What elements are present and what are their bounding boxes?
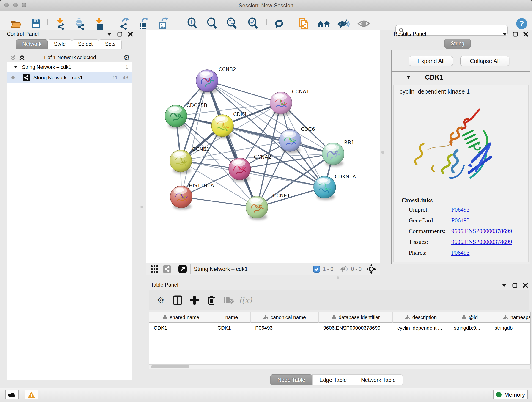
scrollbar-thumb[interactable]: [151, 365, 190, 368]
table-cell[interactable]: cyclin–dependent ...: [393, 323, 449, 333]
column-header-database-identifier[interactable]: database identifier: [319, 313, 393, 323]
float-panel-icon[interactable]: [502, 284, 507, 287]
export-image-button[interactable]: [156, 17, 170, 31]
horizontal-scrollbar[interactable]: [149, 364, 531, 369]
column-header-namespace[interactable]: namespace: [490, 313, 531, 323]
function-builder-icon[interactable]: f(x): [237, 296, 254, 305]
table-options-gear-icon[interactable]: ⚙: [152, 296, 169, 304]
grid-view-icon[interactable]: [150, 265, 158, 273]
tab-style[interactable]: Style: [48, 39, 72, 49]
network-graph[interactable]: CCNB2CCNA1CDC25BCDK1CDC6RB1CCNB1CCNA2CDK…: [146, 30, 380, 263]
network-node-RB1[interactable]: [322, 143, 344, 167]
column-header-shared-name[interactable]: shared name: [149, 313, 213, 323]
zoom-out-button[interactable]: [205, 17, 219, 31]
right-splitter-handle[interactable]: [381, 151, 384, 154]
zoom-fit-button[interactable]: [225, 17, 239, 31]
column-header--id[interactable]: @id: [449, 313, 490, 323]
network-node-CCNE1[interactable]: [246, 196, 268, 220]
hide-selected-button[interactable]: [337, 17, 351, 31]
network-node-HIST1H1A[interactable]: [170, 186, 192, 210]
close-panel-icon[interactable]: [128, 32, 133, 37]
export-network-button[interactable]: [117, 17, 131, 31]
help-button[interactable]: ?: [515, 17, 529, 31]
network-node-CCNA1[interactable]: [270, 92, 292, 116]
show-all-button[interactable]: [357, 17, 371, 31]
tree-expand-icon[interactable]: [14, 65, 18, 69]
tab-sets[interactable]: Sets: [99, 39, 122, 49]
column-header-canonical-name[interactable]: canonical name: [251, 313, 319, 323]
float-panel-icon[interactable]: [502, 32, 507, 36]
delete-table-icon[interactable]: [220, 296, 237, 304]
bottom-splitter-handle[interactable]: [336, 276, 339, 279]
apply-layout-button[interactable]: [272, 17, 286, 31]
tab-node-table[interactable]: Node Table: [270, 375, 312, 385]
network-node-CDC25B[interactable]: [165, 105, 187, 129]
create-column-icon[interactable]: [186, 296, 203, 305]
open-in-new-window-icon[interactable]: [178, 264, 187, 274]
close-panel-icon[interactable]: [523, 283, 528, 288]
network-edge-CCNA2-CDKN1A[interactable]: [240, 169, 325, 187]
table-cell[interactable]: 9606.ENSP00000378699: [319, 323, 393, 333]
hidden-eye-icon[interactable]: [340, 265, 348, 273]
crosslink-value-link[interactable]: 9606.ENSP00000378699: [451, 228, 512, 235]
table-cell[interactable]: P06493: [251, 323, 319, 333]
table-cell[interactable]: CDK1: [149, 323, 213, 333]
memory-button[interactable]: Memory: [493, 390, 528, 400]
zoom-in-button[interactable]: [186, 17, 199, 31]
network-edge-CCNB2-CCNA1[interactable]: [207, 81, 281, 103]
crosslink-value-link[interactable]: P06493: [451, 206, 469, 213]
open-session-button[interactable]: [9, 17, 23, 31]
network-row[interactable]: String Network – cdk1 11 48: [7, 72, 132, 83]
maximize-panel-icon[interactable]: [513, 32, 518, 37]
maximize-panel-icon[interactable]: [117, 32, 122, 37]
network-view-icon[interactable]: [163, 265, 171, 274]
birds-eye-crosshair-icon[interactable]: [367, 264, 376, 274]
network-node-CCNB1[interactable]: [170, 150, 192, 174]
network-node-CDK1[interactable]: [211, 115, 234, 138]
cloud-services-button[interactable]: [5, 390, 19, 400]
import-network-from-database-button[interactable]: [73, 17, 86, 31]
tab-network-table[interactable]: Network Table: [354, 375, 403, 385]
left-splitter-handle[interactable]: [140, 206, 143, 208]
zoom-selected-button[interactable]: [246, 17, 260, 31]
table-cell[interactable]: CDK1: [213, 323, 251, 333]
save-session-button[interactable]: [29, 17, 43, 31]
import-table-button[interactable]: [92, 17, 106, 31]
network-edge-CDK1-RB1[interactable]: [222, 126, 333, 154]
tab-edge-table[interactable]: Edge Table: [312, 375, 354, 385]
collapse-all-button[interactable]: Collapse All: [460, 56, 509, 66]
network-node-CCNB2[interactable]: [196, 70, 218, 94]
table-cell[interactable]: stringdb:9...: [449, 323, 490, 333]
network-node-CCNA2[interactable]: [229, 158, 251, 182]
tab-string[interactable]: String: [444, 38, 471, 49]
expand-all-button[interactable]: Expand All: [409, 56, 453, 66]
warnings-button[interactable]: [25, 390, 38, 400]
network-node-CDC6[interactable]: [279, 129, 301, 153]
selected-checkbox-icon[interactable]: [313, 266, 320, 273]
export-table-button[interactable]: [136, 17, 150, 31]
tab-network[interactable]: Network: [16, 39, 48, 49]
network-canvas[interactable]: CCNB2CCNA1CDC25BCDK1CDC6RB1CCNB1CCNA2CDK…: [146, 30, 380, 263]
first-neighbors-button[interactable]: [317, 17, 331, 31]
collapse-section-icon[interactable]: [406, 76, 411, 79]
network-options-gear-icon[interactable]: ⚙: [123, 54, 130, 61]
crosslink-value-link[interactable]: P06493: [451, 217, 469, 224]
duplicate-network-button[interactable]: [297, 17, 311, 31]
network-node-CDKN1A[interactable]: [314, 176, 336, 200]
show-columns-icon[interactable]: [169, 295, 186, 305]
network-collection-row[interactable]: String Network – cdk1 1: [7, 62, 132, 72]
crosslink-value-link[interactable]: P06493: [451, 249, 469, 256]
table-row[interactable]: CDK1CDK1P064939606.ENSP00000378699cyclin…: [149, 323, 530, 333]
network-edge-HIST1H1A-CCNE1[interactable]: [181, 197, 257, 207]
float-panel-icon[interactable]: [107, 32, 112, 36]
maximize-panel-icon[interactable]: [512, 283, 517, 288]
delete-column-trash-icon[interactable]: [203, 295, 220, 305]
table-cell[interactable]: stringdb: [490, 323, 531, 333]
import-network-button[interactable]: [53, 17, 67, 31]
column-header-description[interactable]: description: [393, 313, 449, 323]
close-panel-icon[interactable]: [523, 32, 528, 37]
gene-section-header[interactable]: CDK1: [392, 72, 530, 83]
crosslink-value-link[interactable]: 9606.ENSP00000378699: [451, 239, 512, 245]
tab-select[interactable]: Select: [72, 39, 99, 49]
column-header-name[interactable]: name: [213, 313, 251, 323]
